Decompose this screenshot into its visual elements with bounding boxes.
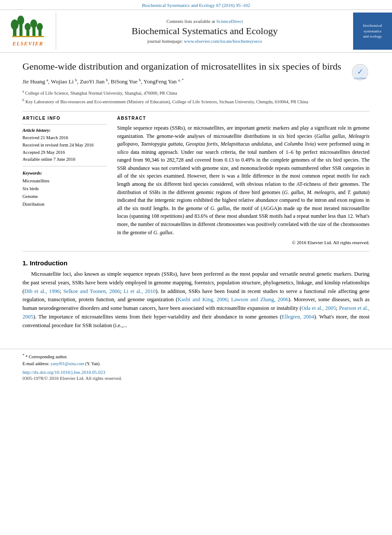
svg-point-3 bbox=[17, 16, 24, 25]
crossmark-icon: ✓ CrossMark bbox=[351, 64, 369, 81]
footnote-email-label: E-mail address: bbox=[22, 361, 49, 366]
page-container: Biochemical Systematics and Ecology 67 (… bbox=[0, 0, 392, 535]
journal-homepage: journal homepage: www.elsevier.com/locat… bbox=[147, 38, 262, 44]
journal-ref-text: Biochemical Systematics and Ecology 67 (… bbox=[142, 3, 250, 8]
accepted-date: Accepted 29 May 2016 bbox=[22, 149, 107, 156]
top-ref-bar: Biochemical Systematics and Ecology 67 (… bbox=[0, 0, 392, 10]
ref-oda2005[interactable]: Oda et al., 2005 bbox=[301, 305, 336, 311]
abstract-text: Simple sequence repeats (SSRs), or micro… bbox=[117, 124, 370, 236]
svg-point-9 bbox=[37, 23, 43, 31]
copyright-line: © 2016 Elsevier Ltd. All rights reserved… bbox=[117, 240, 370, 245]
svg-text:✓: ✓ bbox=[357, 67, 363, 76]
svg-rect-10 bbox=[12, 36, 44, 37]
homepage-link[interactable]: www.elsevier.com/locate/biochemsyseco bbox=[184, 38, 262, 44]
ref-selkoe2006[interactable]: Selkoe and Toonen, 2006 bbox=[63, 288, 120, 294]
doi-line: http://dx.doi.org/10.1016/j.bse.2016.05.… bbox=[22, 369, 370, 375]
ref-li2010[interactable]: Li et al., 2010 bbox=[124, 288, 156, 294]
affil-b-text: Key Laboratory of Bio-resources and Eco-… bbox=[25, 99, 309, 104]
section-divider bbox=[22, 111, 370, 111]
contents-available: Contents lists available at ScienceDirec… bbox=[166, 19, 243, 24]
two-col-section: ARTICLE INFO Article history: Received 2… bbox=[22, 116, 370, 245]
svg-rect-6 bbox=[32, 27, 35, 37]
journal-sidebar-logo: biochemical systematics and ecology bbox=[353, 13, 392, 50]
abstract-heading: ABSTRACT bbox=[117, 116, 370, 121]
available-date: Available online 7 June 2016 bbox=[22, 156, 107, 163]
abstract-paragraph: Simple sequence repeats (SSRs), or micro… bbox=[117, 124, 370, 236]
than-text: than bbox=[337, 213, 346, 219]
main-content: Genome-wide distribution and organizatio… bbox=[0, 53, 392, 341]
doi-link[interactable]: http://dx.doi.org/10.1016/j.bse.2016.05.… bbox=[22, 369, 105, 375]
ref-lawson2006[interactable]: Lawson and Zhang, 2006 bbox=[231, 296, 289, 303]
keyword-microsatellites: Microsatellites bbox=[22, 177, 107, 185]
affiliations: a College of Life Science, Shanghai Norm… bbox=[22, 89, 370, 105]
crossmark-badge[interactable]: ✓ CrossMark bbox=[350, 62, 370, 82]
elsevier-tree-icon bbox=[11, 15, 45, 39]
affil-a: a College of Life Science, Shanghai Norm… bbox=[22, 89, 370, 96]
introduction-heading: 1. Introduction bbox=[22, 259, 67, 267]
footnote-corresponding: * Corresponding author. bbox=[25, 355, 67, 360]
elsevier-brand-text: ELSEVIER bbox=[13, 40, 44, 47]
elsevier-logo-box: ELSEVIER bbox=[0, 13, 56, 50]
received-date: Received 21 March 2016 bbox=[22, 134, 107, 142]
journal-header: ELSEVIER Contents lists available at Sci… bbox=[0, 10, 392, 53]
svg-rect-4 bbox=[26, 30, 29, 37]
svg-text:CrossMark: CrossMark bbox=[354, 77, 367, 80]
article-history-label: Article history: bbox=[22, 128, 107, 133]
footnote-email-suffix: (Y. Yan). bbox=[85, 361, 100, 366]
contents-text: Contents lists available at bbox=[166, 19, 215, 24]
footnote-star: * bbox=[22, 353, 25, 357]
authors-line: Jie Huang a, Wujiao Li b, ZuoYi Jian b, … bbox=[22, 77, 370, 86]
keywords-divider bbox=[22, 166, 107, 166]
svg-rect-2 bbox=[19, 24, 22, 37]
ref-kashi2006[interactable]: Kashi and King, 2006 bbox=[178, 296, 227, 303]
journal-center: Contents lists available at ScienceDirec… bbox=[56, 13, 353, 50]
abstract-col: ABSTRACT Simple sequence repeats (SSRs),… bbox=[117, 116, 370, 245]
article-title: Genome-wide distribution and organizatio… bbox=[22, 61, 370, 73]
ref-ellegren2004[interactable]: Ellegren, 2004 bbox=[282, 314, 314, 320]
sidebar-logo-text: biochemical systematics and ecology bbox=[363, 23, 382, 39]
introduction-section: 1. Introduction Microsatellite loci, als… bbox=[22, 259, 370, 330]
article-title-container: Genome-wide distribution and organizatio… bbox=[22, 61, 370, 73]
sciencedirect-link[interactable]: ScienceDirect bbox=[216, 19, 243, 24]
article-info-heading: ARTICLE INFO bbox=[22, 116, 107, 121]
intro-paragraph-1: Microsatellite loci, also known as simpl… bbox=[22, 270, 370, 330]
article-info-col: ARTICLE INFO Article history: Received 2… bbox=[22, 116, 107, 245]
keyword-genome: Genome bbox=[22, 193, 107, 201]
intro-divider bbox=[22, 251, 370, 252]
issn-line: 0305-1978/© 2016 Elsevier Ltd. All right… bbox=[22, 376, 370, 381]
ref-dib1996[interactable]: Dib et al., 1996 bbox=[24, 288, 60, 294]
footer-section: * * Corresponding author. E-mail address… bbox=[0, 349, 392, 380]
journal-title-header: Biochemical Systematics and Ecology bbox=[132, 25, 278, 37]
affil-b: b Key Laboratory of Bio-resources and Ec… bbox=[22, 98, 370, 105]
svg-point-7 bbox=[30, 19, 37, 28]
left-col-divider bbox=[22, 124, 107, 124]
introduction-title: 1. Introduction bbox=[22, 259, 370, 267]
keywords-label: Keywords: bbox=[22, 171, 107, 175]
svg-point-5 bbox=[25, 23, 31, 31]
keyword-sixbirds: Six birds bbox=[22, 185, 107, 193]
footnote-text: * * Corresponding author. E-mail address… bbox=[22, 353, 370, 366]
affil-a-text: College of Life Science, Shanghai Normal… bbox=[25, 91, 177, 96]
introduction-body: Microsatellite loci, also known as simpl… bbox=[22, 270, 370, 330]
svg-rect-8 bbox=[38, 30, 41, 37]
keyword-distribution: Distribution bbox=[22, 201, 107, 208]
footnote-email-link[interactable]: yanyf01@sina.com bbox=[51, 361, 85, 366]
received-revised-date: Received in revised form 24 May 2016 bbox=[22, 142, 107, 149]
